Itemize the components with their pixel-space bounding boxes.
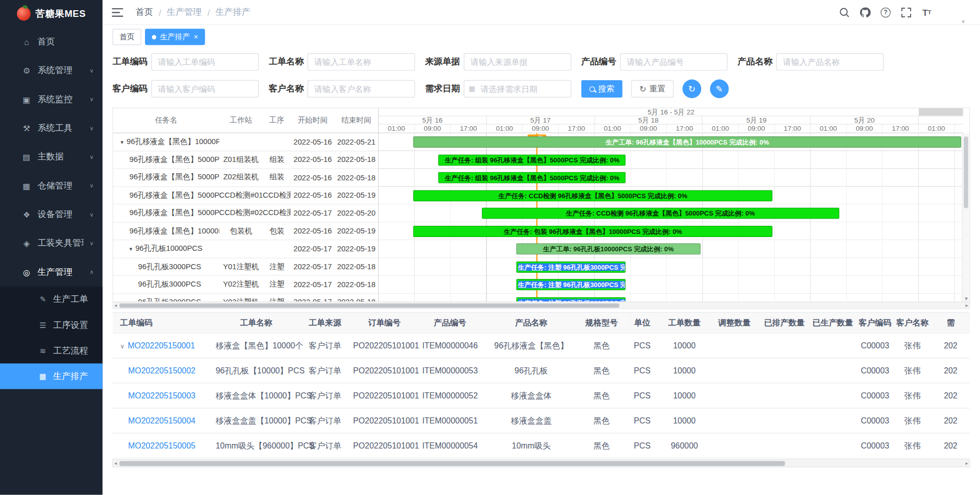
order-code-link[interactable]: MO202205150003	[128, 391, 195, 400]
sidebar-item-equipment[interactable]: ❖设备管理∨	[0, 200, 103, 229]
customer-name-input[interactable]	[307, 80, 415, 98]
gantt-task-bar[interactable]: 生产任务: 包装 96孔移液盒【黑色】10000PCS 完成比例: 0%	[413, 225, 773, 237]
orders-cell: 张伟	[894, 358, 931, 383]
orders-cell: 客户订单	[297, 358, 353, 383]
order-code-link[interactable]: MO202205150001	[128, 341, 195, 350]
sidebar-item-label: 工序设置	[53, 319, 103, 331]
orders-horizontal-scrollbar[interactable]: ◂ ▸	[112, 459, 970, 467]
gantt-task-bar[interactable]: 生产任务: 组装 96孔移液盒【黑色】5000PCS 完成比例: 0%	[438, 154, 626, 166]
gantt-horizontal-scrollbar[interactable]: ◂ ▸	[113, 301, 970, 308]
orders-cell: PCS	[625, 383, 659, 408]
sidebar-item-fixture[interactable]: ◈工装夹具管理∨	[0, 229, 103, 257]
scrollbar-thumb[interactable]	[119, 303, 620, 308]
scrollbar-thumb[interactable]	[964, 136, 968, 208]
gantt-grid-row[interactable]: 96孔孔板3000PCSY01注塑机注塑2022-05-172022-05-18	[113, 258, 378, 276]
sidebar-item-system-admin[interactable]: ⚙系统管理∨	[0, 56, 103, 85]
orders-row[interactable]: MO202205150003移液盒盒体【10000】PCS客户订单PO20220…	[112, 383, 970, 408]
gantt-grid-row[interactable]: 96孔移液盒【黑色】10000PCS包装机包装2022-05-162022-05…	[113, 222, 378, 240]
orders-cell: 黑色	[578, 358, 625, 383]
order-code-link[interactable]: MO202205150005	[128, 441, 195, 450]
gantt-grid-row[interactable]: 96孔移液盒【黑色】5000PCSCCD检测#01CCD检测2022-05-16…	[113, 187, 378, 205]
customer-code-input[interactable]	[151, 80, 259, 98]
sidebar-item-work-order[interactable]: ✎生产工单	[0, 287, 103, 312]
breadcrumb-item[interactable]: 生产管理	[167, 7, 202, 18]
gantt-grid-row[interactable]: 96孔孔板3000PCSY03注塑机注塑2022-05-172022-05-18	[113, 294, 378, 302]
product-name-input[interactable]	[776, 53, 884, 70]
gantt-grid-row[interactable]: 96孔移液盒【黑色】5000PCSZ01组装机组装2022-05-162022-…	[113, 151, 378, 169]
scroll-right-arrow[interactable]: ▸	[966, 460, 968, 466]
orders-row[interactable]: MO20220515000510mm吸头【960000】PCS客户订单PO202…	[112, 433, 970, 458]
gantt-grid-cell: Y01注塑机	[219, 262, 262, 272]
gantt-grid-row[interactable]: 96孔移液盒【黑色】5000PCSZ02组装机组装2022-05-162022-…	[113, 169, 378, 187]
scrollbar-thumb[interactable]	[119, 461, 785, 466]
gantt-grid-row[interactable]: 96孔移液盒【黑色】5000PCSCCD检测#02CCD检测2022-05-17…	[113, 204, 378, 222]
gantt-task-bar[interactable]: 生产任务: 注塑 96孔孔板3000PCS 完成比例: 0%	[516, 261, 625, 272]
orders-row[interactable]: MO20220515000296孔孔板【10000】PCS客户订单PO20220…	[112, 358, 970, 383]
breadcrumb-item[interactable]: 首页	[136, 7, 153, 18]
gantt-bar-label: 生产任务: 注塑 96孔孔板3000PCS 完成比例: 0%	[518, 263, 625, 271]
gantt-grid-cell: Z02组装机	[219, 172, 263, 183]
gantt-grid-cell: CCD检测	[263, 208, 291, 219]
sidebar-item-warehouse[interactable]: ▦仓储管理∨	[0, 172, 103, 200]
gantt-project-bar[interactable]: 生产工单: 96孔孔板10000PCS 完成比例: 0%	[516, 243, 701, 254]
gantt-grid-row[interactable]: ▾96孔移液盒【黑色】10000PCS2022-05-162022-05-21	[113, 133, 378, 151]
gantt-task-bar[interactable]: 生产任务: CCD检测 96孔移液盒【黑色】5000PCS 完成比例: 0%	[413, 190, 773, 201]
tab-首页[interactable]: 首页	[112, 29, 141, 45]
sidebar-item-production[interactable]: ◎生产管理∧	[0, 257, 103, 286]
timeline-hour-cell: 09:00	[631, 125, 667, 133]
gantt-grid-row[interactable]: ▾96孔孔板10000PCS2022-05-172022-05-19	[113, 240, 378, 258]
tab-生产排产[interactable]: 生产排产×	[145, 29, 205, 45]
sidebar-item-process-flow[interactable]: ≋工艺流程	[0, 338, 103, 363]
gantt-hours-row: 01:0009:0017:0001:0009:0017:0001:0009:00…	[379, 125, 963, 133]
gantt-grid-column-header: 结束时间	[334, 115, 378, 126]
work-order-code-input[interactable]	[151, 53, 259, 70]
scroll-down-arrow[interactable]: ▼	[963, 296, 970, 301]
sidebar-item-label: 仓储管理	[37, 180, 84, 192]
orders-cell: ITEM00000053	[415, 358, 484, 383]
sidebar-item-system-tools[interactable]: ⚒系统工具∨	[0, 114, 103, 143]
scroll-left-arrow[interactable]: ◂	[114, 460, 117, 466]
order-code-link[interactable]: MO202205150004	[128, 416, 195, 425]
work-order-name-input[interactable]	[307, 53, 415, 70]
help-icon[interactable]: ?	[879, 6, 892, 18]
sidebar-item-system-monitor[interactable]: ▣系统监控∨	[0, 85, 103, 114]
edit-button[interactable]: ✎	[710, 80, 729, 99]
filter-field-work-order-name: 工单名称	[269, 53, 415, 70]
row-expand-caret[interactable]: ▾	[129, 246, 132, 252]
gantt-project-bar[interactable]: 生产工单: 96孔移液盒【黑色】10000PCS 完成比例: 0%	[413, 136, 962, 148]
reset-button[interactable]: ↻ 重置	[631, 80, 674, 98]
row-expand-caret[interactable]: ∨	[120, 343, 125, 349]
sidebar-item-process-setting[interactable]: ☰工序设置	[0, 312, 103, 338]
search-icon[interactable]	[838, 6, 850, 18]
orders-cell: 黑色	[578, 433, 625, 458]
gantt-vertical-scrollbar[interactable]: ▼	[962, 133, 969, 301]
gantt-task-bar[interactable]: 生产任务: CCD检测 96孔移液盒【黑色】5000PCS 完成比例: 0%	[482, 208, 840, 219]
timeline-day-cell: 5月 18	[595, 116, 703, 124]
scroll-right-arrow[interactable]: ▸	[966, 302, 968, 309]
order-code-link[interactable]: MO202205150002	[128, 366, 195, 375]
orders-cell: 10000	[659, 333, 709, 358]
orders-cell: 202	[931, 358, 970, 383]
font-size-icon[interactable]: TT	[921, 6, 933, 18]
sidebar-toggle-icon[interactable]	[112, 8, 123, 16]
demand-date-input[interactable]	[464, 80, 572, 98]
tab-close-icon[interactable]: ×	[194, 33, 199, 41]
orders-row[interactable]: ∨MO202205150001移液盒【黑色】10000个客户订单PO202205…	[112, 333, 970, 358]
github-icon[interactable]	[859, 6, 871, 18]
gantt-task-bar[interactable]: 生产任务: 组装 96孔移液盒【黑色】5000PCS 完成比例: 0%	[438, 172, 626, 183]
refresh-button[interactable]: ↻	[682, 80, 701, 99]
sidebar-item-master-data[interactable]: ▤主数据∨	[0, 143, 103, 171]
gantt-task-bar[interactable]: 生产任务: 注塑 96孔孔板3000PCS 完成比例: 0%	[516, 279, 625, 290]
orders-row[interactable]: MO202205150004移液盒盒盖【10000】PCS客户订单PO20220…	[112, 408, 970, 433]
sidebar-item-scheduling[interactable]: ▦生产排产	[0, 363, 103, 389]
row-expand-caret[interactable]: ▾	[120, 139, 124, 145]
sidebar-item-home[interactable]: ⌂首页	[0, 28, 103, 56]
source-doc-input[interactable]	[464, 53, 572, 70]
gantt-grid-row[interactable]: 96孔孔板3000PCSY02注塑机注塑2022-05-172022-05-18	[113, 276, 378, 294]
search-button[interactable]: 搜索	[581, 80, 623, 98]
breadcrumb-item[interactable]: 生产排产	[215, 7, 251, 18]
fullscreen-icon[interactable]	[900, 6, 912, 18]
product-code-input[interactable]	[620, 53, 728, 70]
orders-cell: 10mm吸头【960000】PCS	[215, 433, 297, 458]
scroll-left-arrow[interactable]: ◂	[114, 302, 117, 309]
